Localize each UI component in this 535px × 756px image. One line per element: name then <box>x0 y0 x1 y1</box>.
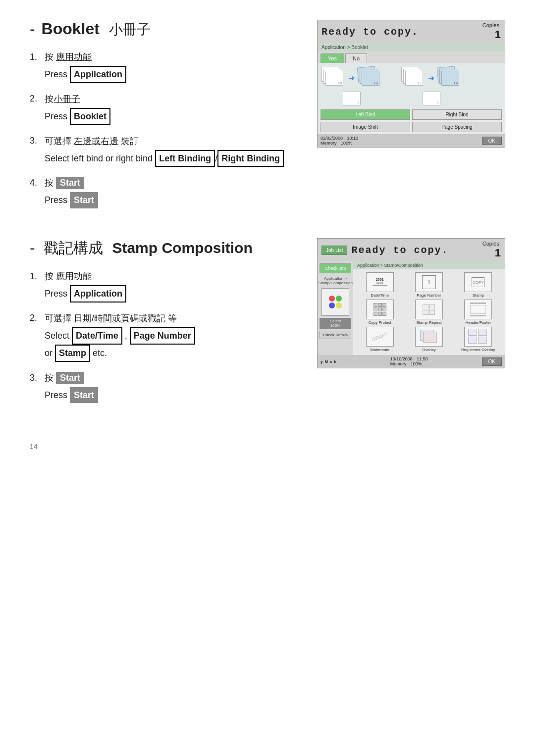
booklet-ready-text: Ready to copy. <box>321 26 419 38</box>
step-num-2: 2. <box>30 94 40 104</box>
step-num-4: 4. <box>30 178 40 188</box>
stamprepeat-icon[interactable] <box>415 300 443 319</box>
step-4-desc: Press Start <box>45 192 297 208</box>
booklet-title-dash: - <box>30 20 35 38</box>
stamp-ok-btn[interactable]: OK <box>482 357 502 366</box>
step-4-start: Start <box>70 192 98 208</box>
stamp-content: - 戳記構成 Stamp Composition 1. 按 應用功能 Press… <box>30 238 297 413</box>
registered-icon[interactable] <box>464 327 492 347</box>
stamp-copies-num: 1 <box>482 247 501 259</box>
left-bind-btn[interactable]: Left Bind <box>321 109 410 120</box>
stamp-step-3-zh-start: Start <box>56 372 84 384</box>
stamp-item-stamp: COPY Stamp <box>455 272 502 298</box>
stamp-breadcrumb-inner: Application > Stamp/Composition <box>317 275 354 286</box>
overlay-icon[interactable] <box>415 327 443 347</box>
booklet-tabs: Yes No <box>318 51 505 63</box>
stamp-step-1-zh: 按 應用功能 <box>45 270 92 282</box>
step-1-desc: Press Application <box>45 66 297 83</box>
stamp-item-stamprepeat: Stamp Repeat <box>405 300 452 325</box>
stamp-item-copyprotect: Copy Protect <box>356 300 403 325</box>
single-page: 1 <box>343 92 361 105</box>
headerfooter-icon[interactable] <box>464 300 492 319</box>
stamp-footer-datetime: 10/10/2008 11:50 Memory 100% <box>390 356 428 366</box>
stamp-step-1-desc: Press Application <box>45 285 297 302</box>
step-2-highlight: Booklet <box>70 108 110 125</box>
stamp-options-grid: 2001 01/01 Date/Time 1 <box>353 269 505 355</box>
doc-page-number: 14 <box>30 443 505 451</box>
indicator-c: c <box>330 359 332 364</box>
step-3-zh: 可選擇 左邊或右邊 裝訂 <box>45 135 139 147</box>
stamp-stamp: Stamp <box>55 345 90 362</box>
stamp-step-3-zh: 按 Start <box>45 372 84 384</box>
page-spacing-btn[interactable]: Page Spacing <box>412 122 502 132</box>
stamp-item-registered: Registered Overlay <box>455 327 502 352</box>
stamp-start-btn: Start <box>70 387 98 403</box>
booklet-ui-screenshot: Ready to copy. Copies: 1 Application > B… <box>317 20 505 148</box>
step-num-1: 1. <box>30 52 40 62</box>
datetime-icon[interactable]: 2001 01/01 <box>366 272 394 292</box>
watermark-icon[interactable]: DRAFT <box>366 327 394 347</box>
indicator-y: y <box>321 359 322 364</box>
stamp-title: - 戳記構成 Stamp Composition <box>30 238 297 258</box>
check-details-btn[interactable]: Check Details <box>320 331 351 339</box>
stamp-title-dash: - <box>30 239 35 256</box>
headerfooter-label: Header/Footer <box>466 320 491 325</box>
stamp-title-zh: 戳記構成 <box>44 240 103 256</box>
tab-no[interactable]: No <box>345 53 367 63</box>
pagenum-icon[interactable]: 1 <box>415 272 443 292</box>
booklet-ok-btn[interactable]: OK <box>482 137 502 145</box>
stamp-sidebar: Check Job Application > Stamp/Compositio… <box>318 261 353 355</box>
arrow-1: ➜ <box>348 73 355 83</box>
stamp-item-watermark: DRAFT Watermark <box>356 327 403 352</box>
stamp-step-3-desc: Press Start <box>45 387 297 403</box>
footer-zoom: 100% <box>341 141 352 146</box>
stamp-icon[interactable]: COPY <box>464 272 492 292</box>
footer-date: 02/02/2008 <box>321 136 343 141</box>
datetime-label: Date/Time <box>371 293 389 298</box>
booklet-step-3: 3. 可選擇 左邊或右邊 裝訂 Select left bind or righ… <box>30 135 297 167</box>
footer-memory: Memory <box>321 141 337 146</box>
input-pages-2: 4 5 6 7 <box>401 67 425 89</box>
stamp-page-num: Page Number <box>130 327 195 345</box>
stamp-step-1: 1. 按 應用功能 Press Application <box>30 270 297 302</box>
stamp-step-num-3: 3. <box>30 373 40 383</box>
stamp-step-1-app: Application <box>70 285 126 302</box>
step-1-press: Press <box>45 69 67 79</box>
stamp-ui-panel: Job List Ready to copy. Copies: 1 Check … <box>317 238 505 413</box>
footer-time: 10:10 <box>347 136 359 141</box>
stamp-label: Stamp <box>473 293 484 298</box>
stamp-step-num-1: 1. <box>30 271 40 282</box>
stamp-footer-date: 10/10/2008 <box>390 356 413 361</box>
copies-num: 1 <box>482 28 501 41</box>
copyprotect-label: Copy Protect <box>369 320 391 325</box>
watermark-label: Watermark <box>370 348 389 352</box>
check-job-btn[interactable]: Check Job <box>320 263 351 273</box>
booklet-step-1: 1. 按 應用功能 Press Application <box>30 51 297 83</box>
right-bind-btn[interactable]: Right Bind <box>412 109 502 120</box>
booklet-step-4: 4. 按 Start Press Start <box>30 177 297 208</box>
image-shift-btn[interactable]: Image Shift <box>321 122 410 132</box>
booklet-ui-panel: Ready to copy. Copies: 1 Application > B… <box>317 20 505 218</box>
copyprotect-icon[interactable] <box>366 300 394 319</box>
stamp-footer-memory: Memory <box>390 361 407 366</box>
booklet-breadcrumb: Application > Booklet <box>318 43 505 51</box>
input-pages-top: 5 6 7 8 <box>321 67 345 89</box>
stamp-item-headerfooter: Header/Footer <box>455 300 502 325</box>
step-2-press: Press <box>45 111 67 121</box>
booklet-step-2: 2. 按小冊子 Press Booklet <box>30 93 297 125</box>
footer-datetime: 02/02/2008 10:10 Memory 100% <box>321 136 358 146</box>
step-1-highlight: Application <box>70 66 126 83</box>
stamp-preview <box>321 288 349 316</box>
tab-yes[interactable]: Yes <box>321 53 344 63</box>
bind-buttons: Left Bind Right Bind <box>318 109 505 122</box>
copies-label: Copies: <box>482 22 501 28</box>
stamp-step-num-2: 2. <box>30 313 40 323</box>
stamp-copies: Copies: 1 <box>482 241 501 259</box>
stamp-section: - 戳記構成 Stamp Composition 1. 按 應用功能 Press… <box>30 238 505 413</box>
stamp-step-2-zh: 可選擇 日期/時間或頁碼或戳記 等 <box>45 312 177 324</box>
booklet-diagrams: 5 6 7 8 ➜ 4 5 <box>318 63 505 109</box>
stamp-main-area: Application > Stamp/Composition 2001 01/… <box>353 261 505 355</box>
arrow-2: ➜ <box>428 73 434 83</box>
job-list-btn[interactable]: Job List <box>321 246 347 255</box>
booklet-footer: 02/02/2008 10:10 Memory 100% OK <box>318 134 505 147</box>
